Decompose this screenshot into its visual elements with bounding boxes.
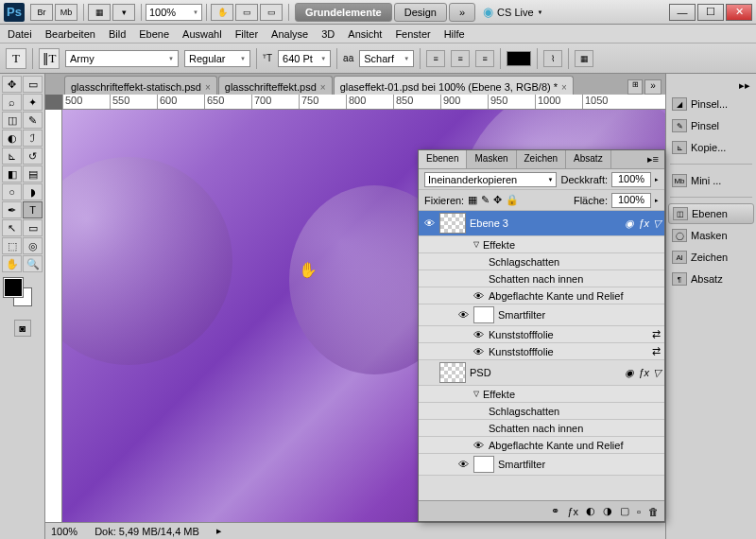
layer-row[interactable]: 👁 Ebene 3 ◉ƒx▽ <box>419 211 664 236</box>
panel-absatz[interactable]: ¶Absatz <box>668 269 754 289</box>
view-button[interactable]: ▾ <box>112 4 135 21</box>
panel-minibridge[interactable]: MbMini ... <box>668 170 754 191</box>
blend-mode-dropdown[interactable]: Ineinanderkopieren <box>424 172 557 187</box>
path-tool[interactable]: ↖ <box>2 219 22 236</box>
text-color-swatch[interactable] <box>507 51 531 66</box>
collapse-icon[interactable]: ▸▸ <box>739 79 750 91</box>
fx-button[interactable]: ƒx <box>567 506 578 517</box>
quickmask-button[interactable]: ◙ <box>14 320 31 337</box>
layer-effects-row[interactable]: ▽Effekte <box>419 236 664 253</box>
layer-effect-row[interactable]: 👁Abgeflachte Kante und Relief <box>419 437 664 454</box>
menu-datei[interactable]: Datei <box>8 28 32 40</box>
lp-tab-absatz[interactable]: Absatz <box>566 150 611 168</box>
camera-tool[interactable]: ◎ <box>23 237 43 254</box>
menu-ansicht[interactable]: Ansicht <box>348 28 382 40</box>
tab-1[interactable]: glasschrifteffekt.psd× <box>218 76 333 95</box>
visibility-icon[interactable]: 👁 <box>472 290 485 302</box>
align-right-button[interactable]: ≡ <box>475 50 494 67</box>
arrange-button[interactable]: ▭ <box>235 4 258 21</box>
crop-tool[interactable]: ◫ <box>2 112 22 129</box>
color-swatches[interactable] <box>2 278 40 312</box>
workspace-design[interactable]: Design <box>394 3 447 22</box>
filter-settings-icon[interactable]: ⇄ <box>652 345 661 357</box>
zoom-dropdown[interactable]: 100% <box>146 4 202 21</box>
panel-ebenen[interactable]: ◫Ebenen <box>668 203 754 224</box>
layer-effect-row[interactable]: Schatten nach innen <box>419 270 664 287</box>
eyedropper-tool[interactable]: ✎ <box>23 112 43 129</box>
lock-image-button[interactable]: ✎ <box>481 194 490 206</box>
align-left-button[interactable]: ≡ <box>426 50 445 67</box>
hand-tool-button[interactable]: ✋ <box>211 4 233 21</box>
lp-tab-zeichen[interactable]: Zeichen <box>517 150 567 168</box>
heal-tool[interactable]: ◐ <box>2 130 22 147</box>
eraser-tool[interactable]: ◧ <box>2 165 22 183</box>
minimize-button[interactable]: — <box>669 4 696 21</box>
layer-effect-row[interactable]: 👁Abgeflachte Kante und Relief <box>419 287 664 304</box>
close-icon[interactable]: × <box>320 82 326 93</box>
gradient-tool[interactable]: ▤ <box>23 165 43 183</box>
workspace-grundelemente[interactable]: Grundelemente <box>295 3 392 22</box>
layer-smartfilter-row[interactable]: 👁Smartfilter <box>419 454 664 476</box>
character-panel-button[interactable]: ▦ <box>575 50 593 67</box>
menu-auswahl[interactable]: Auswahl <box>182 28 222 40</box>
visibility-icon[interactable]: 👁 <box>472 346 485 357</box>
layer-smartfilter-row[interactable]: 👁Smartfilter <box>419 304 664 326</box>
menu-analyse[interactable]: Analyse <box>271 28 308 40</box>
blur-tool[interactable]: ○ <box>2 183 22 200</box>
layers-panel[interactable]: Ebenen Masken Zeichen Absatz ▸≡ Ineinand… <box>418 149 665 522</box>
zoom-status[interactable]: 100% <box>51 526 77 537</box>
menu-3d[interactable]: 3D <box>321 28 335 40</box>
tab-2[interactable]: glaseffekt-01.psd bei 100% (Ebene 3, RGB… <box>334 76 574 95</box>
zoom-tool[interactable]: 🔍 <box>23 255 43 272</box>
screenmode-button[interactable]: ▭ <box>260 4 283 21</box>
layer-thumb[interactable] <box>439 213 466 234</box>
visibility-icon[interactable]: 👁 <box>472 440 485 451</box>
link-button[interactable]: ⚭ <box>551 505 559 517</box>
layer-filter-row[interactable]: 👁Kunststofffolie⇄ <box>419 343 664 360</box>
visibility-icon[interactable]: 👁 <box>456 459 470 470</box>
view-extras-button[interactable]: ▦ <box>88 4 111 21</box>
visibility-icon[interactable]: 👁 <box>472 329 485 340</box>
font-size-field[interactable]: 640 Pt <box>278 50 331 67</box>
stamp-tool[interactable]: ⊾ <box>2 148 22 165</box>
wand-tool[interactable]: ✦ <box>23 94 43 111</box>
tab-scroll-button[interactable]: ⊞ <box>627 79 643 95</box>
folder-button[interactable]: ▢ <box>620 505 629 517</box>
opacity-field[interactable]: 100% <box>611 172 651 187</box>
brush-tool[interactable]: ℐ <box>23 130 43 147</box>
minibridge-button[interactable]: Mb <box>55 4 77 21</box>
3d-tool[interactable]: ⬚ <box>2 237 22 254</box>
fx-icon[interactable]: ƒx <box>638 367 649 379</box>
text-orientation-button[interactable]: ‖T <box>39 48 60 69</box>
adjust-button[interactable]: ◑ <box>603 505 612 517</box>
layer-row[interactable]: PSD ◉ƒx▽ <box>419 360 664 386</box>
font-family-dropdown[interactable]: Army <box>65 50 179 67</box>
layer-thumb[interactable] <box>439 362 466 383</box>
fx-icon[interactable]: ƒx <box>638 217 649 230</box>
move-tool[interactable]: ✥ <box>2 76 22 93</box>
menu-ebene[interactable]: Ebene <box>139 28 169 40</box>
layer-effect-row[interactable]: Schlagschatten <box>419 403 664 420</box>
menu-filter[interactable]: Filter <box>235 28 258 40</box>
layer-filter-row[interactable]: 👁Kunststofffolie⇄ <box>419 326 664 343</box>
pen-tool[interactable]: ✒ <box>2 201 22 218</box>
panel-menu-icon[interactable]: ▸≡ <box>642 150 664 168</box>
maximize-button[interactable]: ☐ <box>697 4 724 21</box>
new-layer-button[interactable]: ▫ <box>637 506 641 517</box>
marquee-tool[interactable]: ▭ <box>23 76 43 93</box>
workspace-more[interactable]: » <box>449 3 475 22</box>
panel-kopie[interactable]: ⊾Kopie... <box>668 137 754 158</box>
fill-field[interactable]: 100% <box>611 193 651 208</box>
close-button[interactable]: ✕ <box>726 4 752 21</box>
lock-all-button[interactable]: 🔒 <box>506 194 519 206</box>
panel-zeichen[interactable]: AlZeichen <box>668 247 754 268</box>
type-tool[interactable]: T <box>23 201 43 218</box>
font-weight-dropdown[interactable]: Regular <box>184 50 250 67</box>
layer-effect-row[interactable]: Schlagschatten <box>419 253 664 270</box>
lp-tab-masken[interactable]: Masken <box>467 150 516 168</box>
cslive-label[interactable]: CS Live <box>497 7 534 18</box>
visibility-icon[interactable]: 👁 <box>422 217 436 229</box>
lock-transparency-button[interactable]: ▦ <box>468 194 477 206</box>
menu-bild[interactable]: Bild <box>109 28 126 40</box>
hand-tool[interactable]: ✋ <box>2 255 22 272</box>
